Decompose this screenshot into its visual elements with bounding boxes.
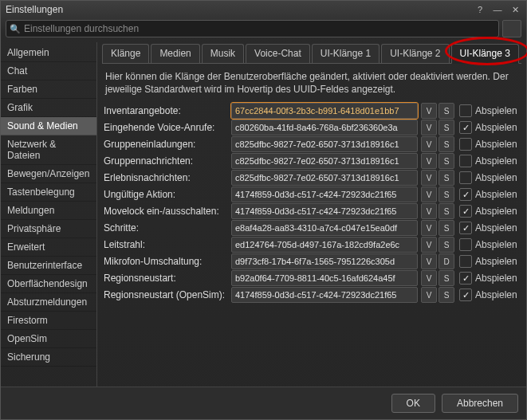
setting-row: Gruppennachrichten:c825dfbc-9827-7e02-65… — [104, 153, 520, 169]
panel-description: Hier können die Klänge der Benutzeroberf… — [102, 64, 521, 99]
uuid-field[interactable]: c80260ba-41fd-8a46-768a-6bf236360e3a — [231, 120, 418, 135]
sidebar: AllgemeinChatFarbenGrafikSound & MedienN… — [1, 42, 97, 387]
uuid-field[interactable]: c825dfbc-9827-7e02-6507-3713d18916c1 — [231, 136, 418, 152]
preview-button[interactable]: V — [421, 270, 437, 286]
sidebar-item[interactable]: Bewegen/Anzeigen — [1, 165, 96, 183]
play-checkbox[interactable] — [459, 272, 472, 285]
uuid-field[interactable]: c825dfbc-9827-7e02-6507-3713d18916c1 — [231, 170, 418, 186]
sidebar-item[interactable]: Erweitert — [1, 238, 96, 257]
ok-button[interactable]: OK — [391, 394, 435, 413]
uuid-field[interactable]: c825dfbc-9827-7e02-6507-3713d18916c1 — [231, 153, 418, 169]
reset-button[interactable]: S — [439, 186, 454, 202]
preview-button[interactable]: V — [421, 153, 437, 169]
tab[interactable]: Klänge — [102, 44, 149, 63]
tab-bar: KlängeMedienMusikVoice-ChatUI-Klänge 1UI… — [102, 42, 521, 64]
titlebar: Einstellungen ? — ✕ — [1, 1, 526, 18]
preview-button[interactable]: V — [421, 120, 437, 135]
play-checkbox-label: Abspielen — [475, 273, 517, 284]
sidebar-item[interactable]: Grafik — [1, 99, 96, 117]
setting-label: Erlebnisnachrichten: — [104, 172, 231, 183]
play-checkbox[interactable] — [459, 121, 472, 134]
setting-label: Leitstrahl: — [104, 239, 231, 250]
reset-button[interactable]: S — [439, 270, 454, 286]
close-icon[interactable]: ✕ — [509, 3, 521, 16]
play-checkbox[interactable] — [459, 289, 472, 301]
reset-button[interactable]: S — [439, 237, 454, 253]
cancel-button[interactable]: Abbrechen — [442, 394, 518, 413]
search-placeholder: Einstellungen durchsuchen — [24, 23, 139, 34]
tab[interactable]: UI-Klänge 2 — [381, 44, 449, 63]
uuid-field[interactable]: 4174f859-0d3d-c517-c424-72923dc21f65 — [231, 287, 418, 303]
reset-button[interactable]: S — [439, 136, 454, 152]
reset-button[interactable]: D — [439, 253, 454, 269]
play-checkbox[interactable] — [459, 138, 472, 151]
play-checkbox-label: Abspielen — [475, 189, 517, 200]
uuid-field[interactable]: ed124764-705d-d497-167a-182cd9fa2e6c — [231, 237, 418, 253]
setting-row: Inventarangebote:67cc2844-00f3-2b3c-b991… — [104, 103, 520, 119]
uuid-field[interactable]: b92a0f64-7709-8811-40c5-16afd624a45f — [231, 270, 418, 286]
tab[interactable]: Musik — [202, 44, 244, 63]
preview-button[interactable]: V — [421, 170, 437, 186]
sidebar-item[interactable]: Benutzerinterface — [1, 257, 96, 275]
tab[interactable]: Voice-Chat — [246, 44, 310, 63]
help-icon[interactable]: ? — [474, 3, 486, 16]
preview-button[interactable]: V — [421, 287, 437, 303]
sidebar-item[interactable]: Sicherung — [1, 348, 96, 367]
search-icon: 🔍 — [10, 24, 21, 34]
preview-button[interactable]: V — [421, 237, 437, 253]
preview-button[interactable]: V — [421, 253, 437, 269]
uuid-field[interactable]: 4174f859-0d3d-c517-c424-72923dc21f65 — [231, 186, 418, 202]
uuid-field[interactable]: e8af4a28-aa83-4310-a7c4-c047e15ea0df — [231, 220, 418, 236]
reset-button[interactable]: S — [439, 203, 454, 219]
reset-button[interactable]: S — [439, 287, 454, 303]
preview-button[interactable]: V — [421, 220, 437, 236]
play-checkbox[interactable] — [459, 205, 472, 218]
reset-button[interactable]: S — [439, 103, 454, 119]
sidebar-item[interactable]: Farben — [1, 80, 96, 99]
preview-button[interactable]: V — [421, 186, 437, 202]
preview-button[interactable]: V — [421, 203, 437, 219]
sidebar-item[interactable]: Meldungen — [1, 202, 96, 220]
setting-row: Erlebnisnachrichten:c825dfbc-9827-7e02-6… — [104, 170, 520, 186]
reset-button[interactable]: S — [439, 153, 454, 169]
tab[interactable]: UI-Klänge 3 — [451, 44, 519, 64]
search-input[interactable]: 🔍 Einstellungen durchsuchen — [6, 20, 499, 37]
sidebar-item[interactable]: Chat — [1, 62, 96, 80]
play-checkbox-label: Abspielen — [475, 256, 517, 267]
tab[interactable]: Medien — [151, 44, 199, 63]
reset-button[interactable]: S — [439, 220, 454, 236]
setting-row: Eingehende Voice-Anrufe:c80260ba-41fd-8a… — [104, 120, 520, 135]
play-checkbox[interactable] — [459, 188, 472, 201]
preview-button[interactable]: V — [421, 103, 437, 119]
sidebar-item[interactable]: Allgemein — [1, 44, 96, 62]
search-go-button[interactable] — [502, 20, 521, 37]
minimize-icon[interactable]: — — [491, 3, 504, 16]
dialog-footer: OK Abbrechen — [1, 387, 526, 419]
play-checkbox[interactable] — [459, 104, 472, 117]
setting-label: Movelock ein-/ausschalten: — [104, 206, 231, 217]
reset-button[interactable]: S — [439, 120, 454, 135]
sidebar-item[interactable]: Firestorm — [1, 312, 96, 330]
sidebar-item[interactable]: Netzwerk & Dateien — [1, 135, 96, 165]
play-checkbox[interactable] — [459, 171, 472, 184]
uuid-field[interactable]: 67cc2844-00f3-2b3c-b991-6418d01e1bb7 — [231, 103, 418, 119]
uuid-field[interactable]: d9f73cf8-17b4-6f7a-1565-7951226c305d — [231, 253, 418, 269]
sidebar-item[interactable]: OpenSim — [1, 330, 96, 348]
sidebar-item[interactable]: Absturzmeldungen — [1, 293, 96, 312]
sidebar-item[interactable]: Oberflächendesign — [1, 275, 96, 293]
setting-row: Movelock ein-/ausschalten:4174f859-0d3d-… — [104, 203, 520, 219]
setting-row: Leitstrahl:ed124764-705d-d497-167a-182cd… — [104, 237, 520, 253]
play-checkbox[interactable] — [459, 255, 472, 268]
play-checkbox[interactable] — [459, 238, 472, 251]
reset-button[interactable]: S — [439, 170, 454, 186]
uuid-field[interactable]: 4174f859-0d3d-c517-c424-72923dc21f65 — [231, 203, 418, 219]
play-checkbox-label: Abspielen — [475, 239, 517, 250]
sidebar-item[interactable]: Privatsphäre — [1, 220, 96, 238]
play-checkbox[interactable] — [459, 155, 472, 167]
tab[interactable]: UI-Klänge 1 — [312, 44, 380, 63]
sidebar-item[interactable]: Sound & Medien — [1, 117, 96, 135]
sidebar-item[interactable]: Tastenbelegung — [1, 183, 96, 202]
play-checkbox-label: Abspielen — [475, 172, 517, 183]
play-checkbox[interactable] — [459, 222, 472, 234]
preview-button[interactable]: V — [421, 136, 437, 152]
